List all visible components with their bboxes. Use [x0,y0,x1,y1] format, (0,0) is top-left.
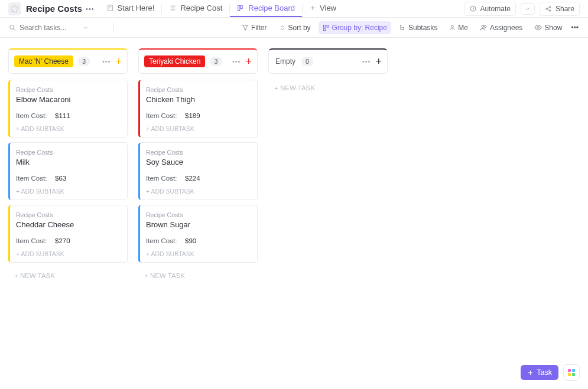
svg-point-0 [12,5,18,12]
column-name: Mac 'N' Cheese [14,55,73,67]
svg-line-15 [547,7,550,8]
search-input[interactable] [20,24,79,32]
tab-add-view[interactable]: View [303,0,343,17]
cost-value: $90 [185,237,196,244]
column-add-button[interactable]: + [245,56,252,67]
cost-label: Item Cost: [146,112,185,119]
column-name: Empty [274,55,297,67]
add-subtask-button[interactable]: + ADD SUBTASK [146,125,251,132]
card-title: Cheddar Cheese [16,220,121,229]
add-subtask-button[interactable]: + ADD SUBTASK [16,250,121,257]
svg-line-18 [14,29,15,31]
new-task-link[interactable]: + NEW TASK [8,267,128,284]
card-category: Recipe Costs [146,149,251,156]
page-title: Recipe Costs [26,4,82,14]
tab-recipe-board[interactable]: Recipe Board [230,0,302,17]
header-actions: Automate Share [464,2,580,16]
column-menu-button[interactable]: ••• [102,58,111,65]
toolbar-more-button[interactable]: ••• [570,21,580,34]
column-count: 3 [210,57,222,66]
automate-button[interactable]: Automate [464,2,516,16]
column-menu-button[interactable]: ••• [362,58,371,65]
card-category: Recipe Costs [146,86,251,93]
card-title: Chicken Thigh [146,95,251,104]
cost-label: Item Cost: [146,237,185,244]
task-card[interactable]: Recipe Costs Cheddar Cheese Item Cost: $… [8,205,128,263]
add-subtask-button[interactable]: + ADD SUBTASK [16,125,121,132]
assignees-button[interactable]: Assignees [476,21,527,34]
cost-value: $189 [185,112,200,119]
tab-label: Recipe Cost [180,4,222,12]
search-icon [8,24,16,31]
column-header: Empty 0 ••• + [268,48,388,74]
tab-label: View [320,4,336,12]
add-subtask-button[interactable]: + ADD SUBTASK [16,188,121,195]
page-icon [8,2,21,15]
card-category: Recipe Costs [16,211,121,218]
card-title: Soy Sauce [146,158,251,166]
automate-dropdown[interactable] [521,3,535,15]
column-menu-button[interactable]: ••• [232,58,241,65]
add-subtask-button[interactable]: + ADD SUBTASK [146,188,251,195]
cost-label: Item Cost: [16,112,55,119]
search-wrap [8,24,109,32]
apps-button[interactable] [563,364,580,381]
task-card[interactable]: Recipe Costs Chicken Thigh Item Cost: $1… [138,80,258,138]
cost-label: Item Cost: [16,237,55,244]
column-teriyaki: Teriyaki Chicken 3 ••• + Recipe Costs Ch… [138,48,258,284]
sort-button[interactable]: Sort by [275,21,315,34]
tab-recipe-cost[interactable]: Recipe Cost [162,0,229,17]
share-label: Share [555,5,574,13]
tab-label: Start Here! [118,4,155,12]
view-tabs: Start Here! Recipe Cost Recipe Board Vie… [99,0,343,17]
cost-value: $63 [55,175,66,182]
cost-label: Item Cost: [16,175,55,182]
svg-rect-20 [323,25,326,27]
svg-line-16 [547,9,550,10]
svg-point-26 [451,25,454,28]
show-button[interactable]: Show [530,21,566,34]
add-subtask-button[interactable]: + ADD SUBTASK [146,250,251,257]
column-header: Mac 'N' Cheese 3 ••• + [8,48,128,74]
card-category: Recipe Costs [146,211,251,218]
svg-rect-8 [241,5,242,8]
task-card[interactable]: Recipe Costs Elbow Macaroni Item Cost: $… [8,80,128,138]
card-title: Elbow Macaroni [16,95,121,104]
kanban-board: Mac 'N' Cheese 3 ••• + Recipe Costs Elbo… [0,38,588,295]
column-name: Teriyaki Chicken [144,55,205,67]
column-header: Teriyaki Chicken 3 ••• + [138,48,258,74]
card-title: Milk [16,158,121,166]
column-count: 0 [301,57,313,66]
share-button[interactable]: Share [540,2,580,16]
tab-label: Recipe Board [248,4,295,12]
task-card[interactable]: Recipe Costs Soy Sauce Item Cost: $224 +… [138,142,258,200]
svg-marker-19 [242,25,248,30]
page-menu-button[interactable]: ••• [86,5,95,12]
new-task-link[interactable]: + NEW TASK [138,267,258,284]
group-by-button[interactable]: Group by: Recipe [319,21,391,34]
toolbar: Filter Sort by Group by: Recipe Subtasks… [0,18,588,38]
svg-point-27 [482,25,484,27]
cost-value: $111 [55,112,70,119]
me-button[interactable]: Me [445,21,472,34]
chevron-down-icon[interactable] [82,24,89,31]
subtasks-button[interactable]: Subtasks [395,21,441,34]
task-card[interactable]: Recipe Costs Brown Sugar Item Cost: $90 … [138,205,258,263]
svg-point-28 [485,25,486,27]
floating-actions: Task [521,364,580,381]
column-empty: Empty 0 ••• + + NEW TASK [268,48,388,96]
column-count: 3 [78,57,90,66]
new-task-link[interactable]: + NEW TASK [268,80,388,96]
column-mac: Mac 'N' Cheese 3 ••• + Recipe Costs Elbo… [8,48,128,284]
column-add-button[interactable]: + [115,56,122,67]
card-title: Brown Sugar [146,220,251,229]
task-card[interactable]: Recipe Costs Milk Item Cost: $63 + ADD S… [8,142,128,200]
app-header: Recipe Costs ••• Start Here! Recipe Cost… [0,0,588,18]
filter-button[interactable]: Filter [238,21,271,34]
new-task-button[interactable]: Task [521,365,558,380]
column-add-button[interactable]: + [375,56,382,67]
cost-value: $224 [185,175,200,182]
svg-point-17 [10,25,14,30]
cost-value: $270 [55,237,70,244]
tab-start-here[interactable]: Start Here! [99,0,162,17]
